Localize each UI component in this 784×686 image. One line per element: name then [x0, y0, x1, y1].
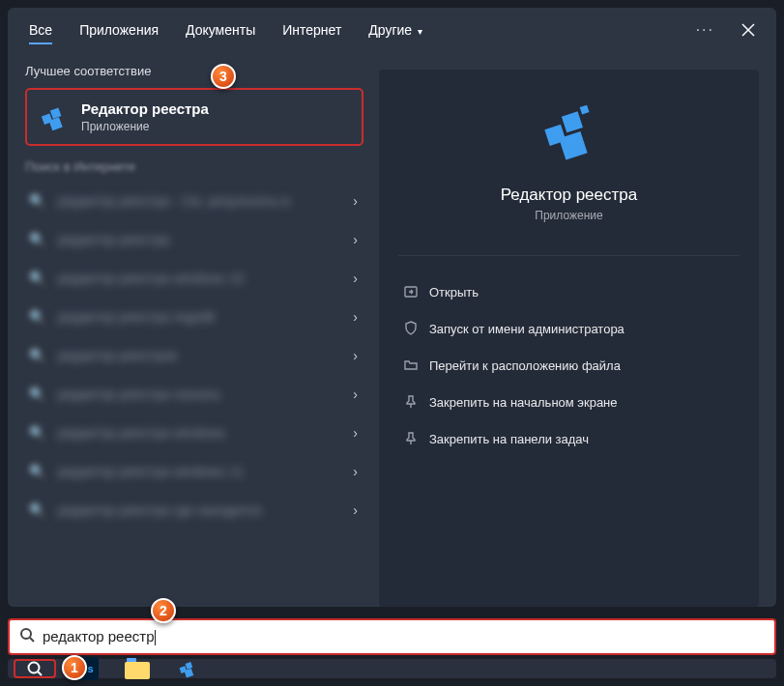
best-match-title: Редактор реестра: [81, 100, 209, 118]
action-open-file-location[interactable]: Перейти к расположению файла: [398, 347, 740, 384]
regedit-icon: [532, 95, 607, 170]
web-result-row[interactable]: 🔍редактор реестра windows›: [25, 414, 363, 452]
tab-documents[interactable]: Документы: [172, 12, 269, 48]
more-options-button[interactable]: ···: [682, 21, 728, 39]
divider: [398, 255, 740, 256]
action-open[interactable]: Открыть: [398, 273, 740, 310]
best-match-subtitle: Приложение: [81, 120, 209, 133]
close-button[interactable]: [728, 10, 769, 50]
chevron-right-icon: ›: [353, 464, 363, 479]
svg-point-12: [29, 663, 40, 673]
svg-rect-6: [561, 111, 582, 132]
web-results-header: Поиск в Интернете: [25, 159, 363, 174]
tab-all[interactable]: Все: [15, 12, 66, 48]
taskbar-app-explorer[interactable]: [118, 659, 157, 678]
shield-icon: [398, 321, 423, 336]
svg-line-11: [30, 638, 34, 642]
search-input[interactable]: редактор реестр: [8, 618, 776, 655]
preview-card: Редактор реестра Приложение Открыть Запу…: [379, 70, 759, 607]
chevron-right-icon: ›: [353, 309, 363, 325]
preview-title: Редактор реестра: [501, 186, 637, 205]
web-result-row[interactable]: 🔍редактор реестра где находится›: [25, 491, 363, 529]
file-explorer-icon: [125, 658, 150, 679]
best-match-header: Лучшее соответствие: [25, 64, 363, 78]
chevron-right-icon: ›: [353, 348, 363, 363]
web-result-row[interactable]: 🔍редактор реестров›: [25, 336, 363, 375]
annotation-badge-3: 3: [211, 64, 236, 89]
chevron-right-icon: ›: [353, 193, 363, 209]
taskbar: Ps: [8, 659, 776, 678]
chevron-right-icon: ›: [353, 232, 363, 247]
svg-line-13: [38, 672, 42, 675]
search-icon: [19, 627, 35, 646]
preview-subtitle: Приложение: [535, 209, 602, 222]
results-list: Лучшее соответствие Редактор реестра При…: [8, 52, 373, 607]
filter-tabs: Все Приложения Документы Интернет Другие…: [8, 8, 776, 52]
pin-icon: [398, 394, 423, 410]
open-icon: [398, 284, 423, 300]
regedit-icon: [176, 657, 199, 680]
tab-more[interactable]: Другие▾: [355, 12, 436, 48]
search-icon: [26, 660, 44, 677]
web-result-row[interactable]: 🔍редактор реестра regedit›: [25, 298, 363, 336]
search-panel: Все Приложения Документы Интернет Другие…: [8, 8, 776, 607]
chevron-right-icon: ›: [353, 271, 363, 286]
web-result-row[interactable]: 🔍редактор реестра - См. результаты в›: [25, 182, 363, 220]
tab-internet[interactable]: Интернет: [269, 12, 355, 48]
chevron-right-icon: ›: [353, 386, 363, 402]
web-result-row[interactable]: 🔍редактор реестра windows 10›: [25, 259, 363, 298]
taskbar-search-button[interactable]: [14, 659, 56, 678]
svg-point-10: [21, 629, 31, 639]
taskbar-app-regedit[interactable]: [168, 659, 207, 678]
search-input-value: редактор реестр: [43, 628, 156, 645]
web-result-row[interactable]: 🔍редактор реестра скачать›: [25, 375, 363, 414]
web-result-row[interactable]: 🔍редактор реестра windows 11›: [25, 452, 363, 491]
folder-icon: [398, 357, 423, 373]
annotation-badge-2: 2: [151, 598, 176, 623]
tab-apps[interactable]: Приложения: [66, 12, 172, 48]
chevron-right-icon: ›: [353, 425, 363, 441]
svg-rect-8: [579, 105, 589, 115]
action-run-as-admin[interactable]: Запуск от имени администратора: [398, 310, 740, 347]
best-match-result[interactable]: Редактор реестра Приложение: [25, 88, 363, 146]
close-icon: [741, 23, 755, 37]
regedit-icon: [37, 100, 72, 134]
action-pin-taskbar[interactable]: Закрепить на панели задач: [398, 420, 740, 457]
web-result-row[interactable]: 🔍редактор реестра›: [25, 220, 363, 259]
chevron-down-icon: ▾: [418, 26, 422, 37]
annotation-badge-1: 1: [62, 655, 87, 680]
chevron-right-icon: ›: [353, 502, 363, 518]
pin-icon: [398, 431, 423, 446]
svg-rect-15: [186, 662, 193, 670]
action-pin-start[interactable]: Закрепить на начальном экране: [398, 384, 740, 420]
svg-rect-3: [50, 108, 62, 120]
